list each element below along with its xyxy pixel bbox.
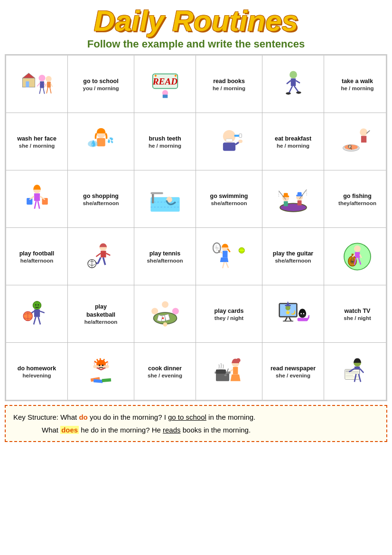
svg-point-27 (286, 92, 291, 94)
cell-read-newspaper-img (324, 343, 391, 400)
svg-line-13 (47, 87, 48, 93)
cell-play-guitar-text: play the guitar she/afternoon (262, 228, 324, 285)
cell-brush-teeth-text: brush teeth he / morning (134, 113, 196, 170)
svg-rect-67 (297, 200, 301, 206)
svg-point-113 (37, 304, 39, 306)
sublabel-read-newspaper: she / evening (276, 373, 310, 378)
svg-rect-22 (290, 78, 296, 86)
label-go-swimming: go swimming (210, 192, 248, 200)
cell-wash-face-img: 💧 💦 (68, 113, 134, 170)
svg-point-111 (33, 301, 41, 310)
grid-row-1: go to school you / morning READ ✦ ✦ read… (6, 56, 386, 113)
svg-point-151 (98, 364, 100, 366)
label-go-to-school: go to school (83, 77, 118, 85)
grid-row-6: do homework he/evening (6, 343, 386, 400)
svg-point-21 (289, 71, 297, 78)
sublabel-play-tennis: she/afternoon (147, 258, 183, 263)
svg-rect-42 (361, 136, 366, 142)
svg-line-12 (50, 83, 52, 86)
svg-line-96 (226, 262, 228, 268)
cell-cook-dinner-img (196, 343, 262, 400)
page-title: Daily Routines (5, 5, 387, 37)
sublabel-play-guitar: she/afternoon (275, 258, 311, 263)
cell-wash-face-text: wash her face she / morning (6, 113, 68, 170)
svg-rect-134 (285, 305, 290, 306)
svg-point-128 (162, 301, 168, 308)
svg-text:💧: 💧 (90, 139, 97, 147)
svg-rect-4 (40, 81, 44, 88)
svg-line-7 (39, 88, 41, 94)
sublabel-take-walk: he / morning (341, 85, 374, 91)
grid-row-2: wash her face she / morning 💧 💦 brush te… (6, 113, 386, 170)
label-play-cards: play cards (215, 307, 244, 315)
cell-watch-tv-img: ⭐🌙 (262, 285, 324, 342)
label-play-basketball: playbasketball (86, 303, 115, 319)
svg-rect-142 (297, 318, 308, 321)
svg-text:⭐🌙: ⭐🌙 (285, 309, 295, 315)
cell-play-guitar-img (324, 228, 391, 285)
svg-point-98 (354, 245, 361, 252)
svg-rect-69 (297, 192, 301, 195)
svg-rect-75 (101, 251, 106, 257)
svg-line-8 (43, 88, 45, 94)
svg-rect-10 (47, 82, 51, 87)
svg-line-14 (50, 87, 51, 93)
cell-read-books-img: READ ✦ ✦ (134, 56, 196, 113)
cell-go-swimming-img (134, 170, 196, 227)
label-read-newspaper: read newspaper (271, 365, 316, 372)
svg-point-3 (38, 75, 45, 81)
cell-watch-tv-text: watch TV she / night (324, 285, 391, 342)
sublabel-wash-face: she / morning (19, 143, 55, 149)
svg-line-116 (40, 311, 45, 313)
cell-play-football-img (68, 228, 134, 285)
cell-eat-breakfast-text: eat breakfast he / morning (262, 113, 324, 170)
svg-text:🍳: 🍳 (347, 144, 353, 150)
cell-go-swimming-text: go swimming she/afternoon (196, 170, 262, 227)
svg-rect-114 (34, 310, 39, 317)
cell-go-to-school-text: go to school you / morning (68, 56, 134, 113)
svg-point-129 (163, 322, 167, 327)
svg-line-76 (98, 257, 101, 263)
cell-brush-teeth-img (196, 113, 262, 170)
sublabel-cook-dinner: she / evening (148, 373, 182, 378)
svg-point-141 (303, 313, 304, 314)
svg-point-40 (238, 140, 243, 143)
label-eat-breakfast: eat breakfast (275, 135, 311, 142)
svg-rect-2 (26, 81, 29, 87)
svg-line-150 (105, 361, 107, 363)
svg-line-119 (34, 317, 36, 324)
sublabel-go-swimming: she/afternoon (211, 200, 247, 206)
svg-point-126 (151, 308, 158, 314)
key-structure-box: Key Structure: What do you do in the mor… (5, 405, 387, 442)
key-line-2: What does he do in the morning? He reads… (42, 423, 379, 436)
cell-play-basketball-img (6, 285, 68, 342)
label-wash-face: wash her face (17, 135, 56, 142)
sublabel-play-cards: they / night (215, 315, 243, 321)
sublabel-brush-teeth: he / morning (149, 143, 181, 149)
cell-read-newspaper-text: read newspaper she / evening (262, 343, 324, 400)
sublabel-watch-tv: she / night (344, 315, 371, 321)
svg-line-78 (103, 257, 105, 265)
svg-point-161 (236, 358, 240, 362)
cell-go-to-school-img (6, 56, 68, 113)
svg-rect-59 (150, 192, 163, 194)
svg-marker-86 (220, 257, 228, 262)
cell-read-books-text: read books he / morning (196, 56, 262, 113)
svg-rect-65 (283, 193, 288, 196)
cell-do-homework-img (68, 343, 134, 400)
cell-play-basketball-text: playbasketball he/afternoon (68, 285, 134, 342)
sublabel-eat-breakfast: he / morning (277, 143, 309, 149)
sublabel-play-football: he/afternoon (20, 258, 54, 263)
grid-row-5: playbasketball he/afternoon ♥ play car (6, 285, 386, 343)
sublabel-go-fishing: they/afternoon (338, 200, 376, 206)
svg-text:✦: ✦ (153, 73, 157, 78)
cell-play-cards-img: ♥ (134, 285, 196, 342)
cell-play-cards-text: play cards they / night (196, 285, 262, 342)
sublabel-do-homework: he/evening (22, 373, 51, 378)
label-play-football: play football (19, 250, 55, 257)
cell-cook-dinner-text: cook dinner she / evening (134, 343, 196, 400)
label-cook-dinner: cook dinner (148, 365, 182, 372)
svg-rect-85 (223, 251, 228, 257)
svg-rect-158 (93, 379, 103, 383)
svg-rect-165 (216, 373, 229, 381)
